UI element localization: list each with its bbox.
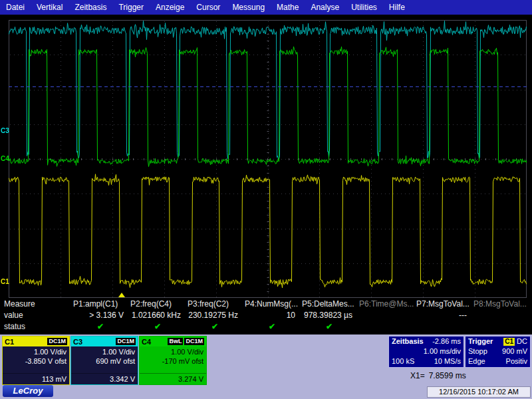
channel-c3-offset: 690 mV ofst — [74, 356, 135, 366]
measure-header-p6[interactable]: P6:Time@Ms... — [358, 299, 415, 309]
timebase-scale: 1.00 ms/div — [424, 346, 461, 356]
channel-c1-settings: 1.00 V/div -3.850 V ofst — [3, 346, 69, 373]
channel-c3-ground-marker[interactable]: C3 — [1, 127, 9, 135]
channel-c1-reading: 113 mV — [3, 373, 69, 384]
channel-c1-title: C1 DC1M — [3, 336, 69, 346]
channel-c4-reading: 3.274 V — [140, 373, 206, 384]
menu-item-hilfe[interactable]: Hilfe — [383, 0, 411, 15]
channel-c1-vdiv: 1.00 V/div — [5, 347, 66, 356]
measure-header-p2[interactable]: P2:freq(C4) — [129, 299, 186, 309]
measure-label: Measure — [0, 299, 72, 309]
channel-c3-title: C3 DC1M — [71, 336, 138, 346]
measure-header-p1[interactable]: P1:ampl(C1) — [72, 299, 129, 309]
menu-item-mathe[interactable]: Mathe — [271, 0, 305, 15]
channel-c1-id: C1 — [5, 338, 14, 346]
channel-c4-vdiv: 1.00 V/div — [142, 347, 203, 356]
trigger-position-marker[interactable] — [118, 293, 125, 297]
menu-item-datei[interactable]: Datei — [0, 0, 31, 15]
timebase-samples: 100 kS — [392, 356, 414, 366]
menu-item-messung[interactable]: Messung — [226, 0, 271, 15]
channel-c4-bwl-badge: BwL — [168, 338, 183, 345]
measure-value-p1: > 3.136 V — [72, 311, 129, 320]
channel-descriptor-c4[interactable]: C4 BwL DC1M 1.00 V/div -170 mV ofst 3.27… — [139, 336, 207, 385]
trigger-slope: Positiv — [506, 356, 527, 366]
trigger-title: Trigger — [468, 336, 493, 346]
trigger-level: 900 mV — [502, 346, 527, 356]
trigger-coupling: DC — [517, 336, 527, 346]
menu-item-trigger[interactable]: Trigger — [112, 0, 150, 15]
value-label: value — [0, 311, 72, 320]
cursor-x1-value: 7.8599 ms — [429, 371, 466, 380]
measure-header-p5[interactable]: P5:DeltaMes... — [301, 299, 358, 309]
measure-header-row: Measure P1:ampl(C1) P2:freq(C4) P3:freq(… — [0, 298, 532, 309]
measure-status-p5-check-icon: ✔ — [301, 322, 358, 331]
measure-value-p4: 10 — [243, 311, 301, 320]
trigger-source-badge: C1 — [503, 338, 515, 346]
measure-value-p3: 230.19275 Hz — [186, 311, 243, 320]
menu-item-utilities[interactable]: Utilities — [345, 0, 383, 15]
timebase-title: Zeitbasis — [392, 336, 424, 346]
channel-c4-id: C4 — [142, 338, 151, 346]
measure-header-p3[interactable]: P3:freq(C2) — [186, 299, 243, 309]
channel-c4-settings: 1.00 V/div -170 mV ofst — [140, 346, 206, 373]
channel-c1-offset: -3.850 V ofst — [5, 356, 66, 366]
menu-item-anzeige[interactable]: Anzeige — [150, 0, 190, 15]
bottom-panel: C1 DC1M 1.00 V/div -3.850 V ofst 113 mV … — [0, 334, 532, 399]
menu-item-cursor[interactable]: Cursor — [190, 0, 226, 15]
measure-status-row: status ✔ ✔ ✔ ✔ ✔ — [0, 321, 532, 332]
lecroy-logo: LeCroy — [3, 385, 53, 397]
trigger-mode: Stopp — [468, 346, 487, 356]
measure-value-p5: 978.39823 µs — [301, 311, 358, 320]
channel-c4-offset: -170 mV ofst — [142, 356, 203, 366]
channel-c3-vdiv: 1.00 V/div — [74, 347, 135, 356]
measure-header-p4[interactable]: P4:NumMsg(... — [243, 299, 301, 309]
status-label: status — [0, 322, 72, 331]
menu-item-vertikal[interactable]: Vertikal — [31, 0, 68, 15]
timebase-delay: -2.86 ms — [432, 336, 461, 346]
measure-status-p3-check-icon: ✔ — [186, 322, 243, 331]
measure-value-row: value > 3.136 V 1.021660 kHz 230.19275 H… — [0, 309, 532, 321]
trigger-box[interactable]: Trigger C1 DC Stopp 900 mV Edge Positiv — [465, 336, 531, 368]
channel-c1-coupling-badge: DC1M — [47, 338, 67, 345]
channel-descriptor-c3[interactable]: C3 DC1M 1.00 V/div 690 mV ofst 3.342 V — [70, 336, 138, 385]
channel-c3-reading: 3.342 V — [71, 373, 138, 384]
channel-c3-coupling-badge: DC1M — [116, 338, 136, 345]
measure-panel: Measure P1:ampl(C1) P2:freq(C4) P3:freq(… — [0, 298, 532, 334]
channel-c4-coupling-badge: DC1M — [184, 338, 204, 345]
measure-header-p7[interactable]: P7:MsgToVal... — [415, 299, 472, 309]
menu-bar: Datei Vertikal Zeitbasis Trigger Anzeige… — [0, 0, 532, 15]
channel-c4-title: C4 BwL DC1M — [140, 336, 206, 346]
channel-descriptor-c1[interactable]: C1 DC1M 1.00 V/div -3.850 V ofst 113 mV — [2, 336, 70, 385]
menu-item-analyse[interactable]: Analyse — [305, 0, 345, 15]
timebase-rate: 10 MS/s — [434, 356, 461, 366]
menu-item-zeitbasis[interactable]: Zeitbasis — [68, 0, 112, 15]
waveform-display[interactable] — [9, 20, 527, 298]
measure-value-p2: 1.021660 kHz — [129, 311, 186, 320]
cursor-x1-readout: X1=7.8599 ms — [410, 371, 470, 380]
measure-status-p4-check-icon: ✔ — [243, 322, 301, 331]
measure-status-p1-check-icon: ✔ — [72, 322, 129, 331]
timebase-box[interactable]: Zeitbasis -2.86 ms 1.00 ms/div 100 kS 10… — [388, 336, 464, 368]
measure-status-p2-check-icon: ✔ — [129, 322, 186, 331]
trigger-type: Edge — [468, 356, 485, 366]
measure-header-p8[interactable]: P8:MsgToVal... — [472, 299, 529, 309]
datetime-display: 12/16/2015 10:17:02 AM — [427, 386, 531, 398]
channel-c3-settings: 1.00 V/div 690 mV ofst — [71, 346, 138, 373]
measure-value-p7: --- — [415, 311, 472, 320]
channel-c3-id: C3 — [73, 338, 82, 346]
channel-c1-ground-marker[interactable]: C1 — [1, 278, 9, 286]
channel-c4-ground-marker[interactable]: C4 — [1, 155, 9, 163]
cursor-x1-label: X1= — [410, 371, 425, 380]
